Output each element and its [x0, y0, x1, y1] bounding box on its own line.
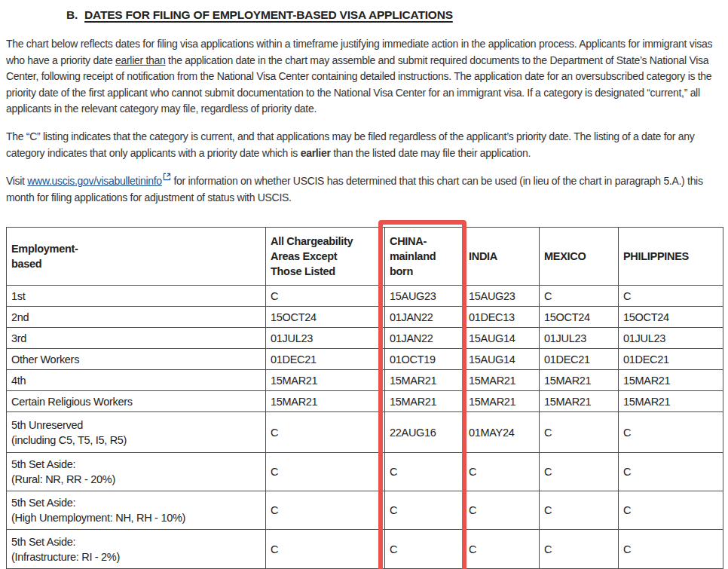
table-cell: C	[464, 453, 540, 491]
column-header-india: INDIA	[464, 228, 540, 286]
table-cell: C	[619, 491, 723, 530]
table-cell: 15AUG14	[464, 349, 540, 370]
table-cell: 01JAN22	[385, 307, 464, 328]
section-heading: B.DATES FOR FILING OF EMPLOYMENT-BASED V…	[66, 8, 720, 22]
table-row-2nd: 2nd 15OCT24 01JAN22 01DEC13 15OCT24 15OC…	[7, 307, 723, 328]
row-category: 5th Set Aside: (Rural: NR, RR - 20%)	[7, 453, 266, 491]
table-cell: 01JUL23	[619, 328, 723, 349]
table-cell: C	[540, 491, 619, 530]
table-row-5th-set-aside-high-unemployment: 5th Set Aside: (High Unemployment: NH, R…	[7, 491, 723, 530]
table-cell: C	[266, 530, 385, 569]
table-cell: 15MAR21	[385, 391, 464, 412]
table-cell: 15OCT24	[619, 307, 723, 328]
table-cell: C	[619, 412, 723, 453]
table-cell: C	[619, 530, 723, 569]
intro-paragraph-2: The “C” listing indicates that the categ…	[6, 129, 720, 161]
filing-dates-table: Employment- based All Chargeability Area…	[6, 227, 723, 569]
table-cell: C	[540, 453, 619, 491]
table-row-5th-set-aside-rural: 5th Set Aside: (Rural: NR, RR - 20%) C C…	[7, 453, 723, 491]
column-header-all-chargeability: All Chargeability Areas Except Those Lis…	[266, 228, 385, 286]
table-cell: 15MAR21	[464, 391, 540, 412]
table-row-certain-religious-workers: Certain Religious Workers 15MAR21 15MAR2…	[7, 391, 723, 412]
row-category: 1st	[7, 286, 266, 307]
row-category: Certain Religious Workers	[7, 391, 266, 412]
row-category: 5th Unreserved (including C5, T5, I5, R5…	[7, 412, 266, 453]
table-cell: C	[540, 286, 619, 307]
table-cell: C	[266, 491, 385, 530]
table-row-4th: 4th 15MAR21 15MAR21 15MAR21 15MAR21 15MA…	[7, 370, 723, 391]
row-category: 2nd	[7, 307, 266, 328]
section-letter: B.	[66, 8, 78, 21]
table-cell: 01DEC21	[540, 349, 619, 370]
p2-bold-word: earlier	[301, 147, 331, 159]
table-cell: C	[266, 412, 385, 453]
p2-text-after: than the listed date may file their appl…	[331, 147, 531, 159]
table-cell: 15AUG14	[464, 328, 540, 349]
table-cell: 15MAR21	[540, 391, 619, 412]
section-title: DATES FOR FILING OF EMPLOYMENT-BASED VIS…	[84, 8, 453, 21]
table-cell: C	[266, 286, 385, 307]
intro-paragraph-3: Visit www.uscis.gov/visabulletininfo for…	[6, 173, 720, 206]
p3-text-before: Visit	[6, 175, 27, 187]
table-cell: 01MAY24	[464, 412, 540, 453]
column-header-mexico: MEXICO	[540, 228, 619, 286]
table-cell: 15MAR21	[619, 391, 723, 412]
table-cell: 22AUG16	[385, 412, 464, 453]
text-block: B.DATES FOR FILING OF EMPLOYMENT-BASED V…	[0, 8, 728, 206]
table-cell: C	[385, 491, 464, 530]
row-category: 5th Set Aside: (High Unemployment: NH, R…	[7, 491, 266, 530]
column-header-employment-based: Employment- based	[7, 228, 266, 286]
uscis-visabulletin-link-text[interactable]: www.uscis.gov/visabulletininfo	[27, 175, 162, 187]
table-cell: 15MAR21	[464, 370, 540, 391]
table-cell: 15OCT24	[540, 307, 619, 328]
table-cell: 01JUL23	[266, 328, 385, 349]
table-row-other-workers: Other Workers 01DEC21 01OCT19 15AUG14 01…	[7, 349, 723, 370]
table-cell: C	[619, 453, 723, 491]
table-cell: C	[540, 412, 619, 453]
row-category: 3rd	[7, 328, 266, 349]
table-cell: 15AUG23	[464, 286, 540, 307]
row-category: Other Workers	[7, 349, 266, 370]
table-cell: C	[266, 453, 385, 491]
table-row-1st: 1st C 15AUG23 15AUG23 C C	[7, 286, 723, 307]
table-cell: C	[540, 530, 619, 569]
table-header-row: Employment- based All Chargeability Area…	[7, 228, 723, 286]
table-cell: C	[385, 530, 464, 569]
table-row-5th-set-aside-infrastructure: 5th Set Aside: (Infrastructure: RI - 2%)…	[7, 530, 723, 569]
row-category: 5th Set Aside: (Infrastructure: RI - 2%)	[7, 530, 266, 569]
column-header-china-mainland-born: CHINA- mainland born	[385, 228, 464, 286]
uscis-visabulletin-link[interactable]: www.uscis.gov/visabulletininfo	[27, 175, 171, 187]
visa-bulletin-document: B.DATES FOR FILING OF EMPLOYMENT-BASED V…	[0, 8, 728, 569]
table-row-5th-unreserved: 5th Unreserved (including C5, T5, I5, R5…	[7, 412, 723, 453]
row-category: 4th	[7, 370, 266, 391]
table-cell: 01OCT19	[385, 349, 464, 370]
table-cell: 15MAR21	[266, 391, 385, 412]
intro-paragraph-1: The chart below reflects dates for filin…	[6, 36, 720, 118]
table-row-3rd: 3rd 01JUL23 01JAN22 15AUG14 01JUL23 01JU…	[7, 328, 723, 349]
table-cell: 15MAR21	[619, 370, 723, 391]
external-link-icon[interactable]	[163, 173, 171, 181]
table-cell: 01DEC13	[464, 307, 540, 328]
table-cell: 01JAN22	[385, 328, 464, 349]
table-cell: 15MAR21	[385, 370, 464, 391]
column-header-philippines: PHILIPPINES	[619, 228, 723, 286]
table-cell: C	[619, 286, 723, 307]
table-cell: 15OCT24	[266, 307, 385, 328]
table-cell: 15MAR21	[540, 370, 619, 391]
table-cell: C	[464, 530, 540, 569]
table-cell: 15MAR21	[266, 370, 385, 391]
table-cell: C	[464, 491, 540, 530]
table-cell: 01DEC21	[266, 349, 385, 370]
table-cell: 01JUL23	[540, 328, 619, 349]
p1-underlined-phrase: earlier than	[115, 54, 165, 66]
table-cell: 01DEC21	[619, 349, 723, 370]
table-cell: 15AUG23	[385, 286, 464, 307]
table-cell: C	[385, 453, 464, 491]
